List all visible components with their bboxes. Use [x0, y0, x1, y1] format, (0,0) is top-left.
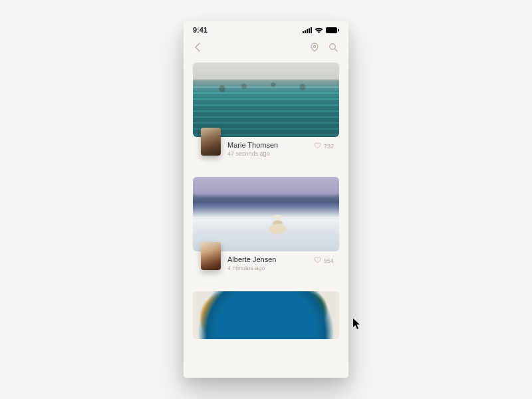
feed-list[interactable]: Marie Thomsen 47 seconds ago 732 Alberte… [184, 59, 348, 339]
cellular-signal-icon [303, 27, 312, 33]
svg-line-9 [334, 49, 337, 51]
like-count: 954 [324, 257, 334, 264]
feed-card[interactable] [193, 291, 339, 339]
status-time: 9:41 [193, 26, 207, 34]
phone-frame: 9:41 [184, 21, 348, 378]
location-pin-icon[interactable] [310, 43, 319, 55]
search-icon[interactable] [329, 43, 338, 55]
author-name[interactable]: Marie Thomsen [227, 141, 314, 149]
svg-point-7 [313, 45, 315, 47]
heart-icon [314, 142, 321, 150]
avatar[interactable] [201, 242, 221, 270]
post-image[interactable] [193, 291, 339, 339]
svg-rect-4 [311, 27, 312, 33]
post-timestamp: 47 seconds ago [227, 150, 314, 157]
author-name[interactable]: Alberte Jensen [227, 255, 314, 263]
feed-card[interactable]: Alberte Jensen 4 minutes ago 954 [193, 177, 339, 281]
heart-icon [314, 257, 321, 265]
post-meta: Alberte Jensen 4 minutes ago 954 [193, 251, 339, 281]
feed-card[interactable]: Marie Thomsen 47 seconds ago 732 [193, 63, 339, 166]
post-meta: Marie Thomsen 47 seconds ago 732 [193, 137, 339, 166]
svg-rect-3 [309, 28, 310, 33]
svg-rect-5 [326, 27, 337, 33]
back-icon[interactable] [194, 43, 201, 55]
avatar[interactable] [201, 128, 221, 156]
like-button[interactable]: 732 [314, 142, 334, 150]
wifi-icon [315, 27, 323, 33]
post-timestamp: 4 minutes ago [227, 265, 314, 271]
like-button[interactable]: 954 [314, 257, 334, 265]
mouse-cursor-icon [352, 318, 362, 332]
status-indicators [303, 27, 339, 33]
like-count: 732 [324, 143, 334, 150]
post-image[interactable] [193, 177, 339, 251]
nav-bar [184, 39, 348, 59]
post-image[interactable] [193, 63, 339, 137]
svg-rect-0 [303, 31, 304, 33]
status-bar: 9:41 [184, 21, 348, 39]
svg-rect-1 [305, 30, 306, 33]
battery-icon [326, 27, 339, 33]
svg-rect-6 [338, 29, 339, 31]
svg-rect-2 [307, 29, 308, 33]
